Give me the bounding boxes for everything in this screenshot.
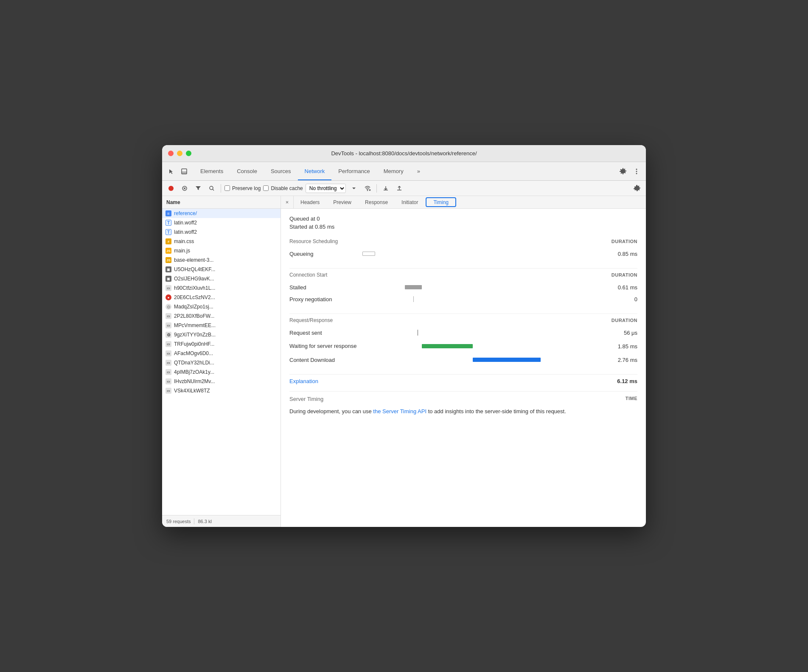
sidebar-item[interactable]: ≡ reference/ [162, 209, 281, 218]
throttle-select[interactable]: No throttling [306, 184, 346, 193]
svg-point-7 [210, 186, 213, 190]
file-icon: ▭ [166, 285, 171, 291]
tab-memory[interactable]: Memory [377, 162, 410, 180]
tab-response[interactable]: Response [358, 196, 395, 208]
cursor-icon[interactable] [166, 165, 177, 177]
record-button[interactable] [166, 183, 177, 194]
sidebar-item[interactable]: ▭ h90CtfziXluvh1L... [162, 283, 281, 293]
connection-start-title: Connection Start [289, 272, 327, 278]
resource-scheduling-header: Resource Scheduling DURATION [289, 238, 637, 244]
more-icon[interactable] [631, 165, 642, 177]
file-name: O2sIJEHG9avK... [174, 276, 214, 282]
tab-bar-left-icons [166, 165, 190, 177]
sidebar-item[interactable]: JS base-element-3... [162, 255, 281, 265]
explanation-link[interactable]: Explanation [289, 378, 318, 384]
waiting-bar-container [362, 343, 607, 349]
network-settings-icon[interactable] [631, 183, 642, 194]
disable-cache-checkbox-label[interactable]: Disable cache [263, 185, 303, 191]
sidebar-item[interactable]: ▭ VSk4XiLkW8TZ [162, 386, 281, 395]
filter-icon[interactable] [193, 183, 204, 194]
throttle-dropdown-icon[interactable] [348, 183, 359, 194]
disable-cache-checkbox[interactable] [263, 185, 269, 191]
tab-initiator[interactable]: Initiator [395, 196, 425, 208]
sidebar-item[interactable]: ▣ U5OHzQL4tEKF... [162, 265, 281, 274]
sidebar-item[interactable]: ▭ MPcVmmemtEE... [162, 321, 281, 330]
maximize-button[interactable] [186, 151, 191, 156]
wifi-icon[interactable] [362, 183, 373, 194]
file-name: U5OHzQL4tEKF... [174, 266, 215, 272]
separator-3 [289, 374, 637, 375]
sidebar-item[interactable]: T latin.woff2 [162, 227, 281, 237]
proxy-bar [413, 296, 414, 302]
sidebar-item[interactable]: ▭ TRFujw0pi0nHF... [162, 339, 281, 349]
font-icon: T [166, 229, 171, 235]
tab-elements[interactable]: Elements [194, 162, 230, 180]
main-area: Name ≡ reference/ T latin.woff2 T [162, 196, 646, 527]
disable-cache-label: Disable cache [271, 185, 303, 191]
import-icon[interactable] [380, 183, 391, 194]
settings-icon[interactable] [617, 165, 629, 177]
detail-close-button[interactable]: × [281, 196, 294, 208]
clear-button[interactable] [179, 183, 190, 194]
svg-point-4 [636, 173, 637, 174]
sidebar-item[interactable]: ● 20E6CLcSzNV2... [162, 293, 281, 302]
tab-headers[interactable]: Headers [294, 196, 326, 208]
devtools-body: Elements Console Sources Network Perform… [162, 162, 646, 527]
minimize-button[interactable] [177, 151, 182, 156]
tab-preview[interactable]: Preview [326, 196, 358, 208]
preserve-log-checkbox-label[interactable]: Preserve log [224, 185, 261, 191]
request-sent-bar [418, 330, 418, 336]
file-name: IHvzbNUlrm2Mv... [174, 378, 215, 384]
timing-row-queueing: Queueing 0.85 ms [289, 248, 637, 260]
tab-network[interactable]: Network [298, 162, 332, 180]
svg-point-5 [168, 186, 174, 191]
file-name: VSk4XiLkW8TZ [174, 388, 210, 394]
file-name: main.css [174, 238, 194, 244]
sidebar-item[interactable]: ⚙ 9gzXiTYY0nZzB... [162, 330, 281, 339]
sidebar-item[interactable]: ▭ QTDnaY32hLDi... [162, 358, 281, 367]
devtools-window: DevTools - localhost:8080/docs/devtools/… [162, 145, 646, 527]
timing-row-stalled: Stalled 0.61 ms [289, 281, 637, 293]
file-name: h90CtfziXluvh1L... [174, 285, 215, 291]
separator-4 [289, 391, 637, 392]
tab-performance[interactable]: Performance [331, 162, 376, 180]
file-name: MPcVmmemtEE... [174, 322, 216, 328]
preserve-log-checkbox[interactable] [224, 185, 230, 191]
waiting-bar [422, 344, 473, 348]
timing-row-request-sent: Request sent 56 μs [289, 327, 637, 339]
proxy-bar-container [362, 296, 607, 302]
content-download-bar [473, 358, 541, 362]
sidebar-item[interactable]: ⊙ MadqZsIZpo1sj... [162, 302, 281, 311]
sidebar-item[interactable]: # main.css [162, 237, 281, 246]
server-timing-section: Server Timing TIME During development, y… [289, 396, 637, 416]
timing-content: Queued at 0 Started at 0.85 ms Resource … [281, 209, 646, 527]
sidebar-item[interactable]: ▭ 2P2L80XfBoFW... [162, 311, 281, 321]
started-at: Started at 0.85 ms [289, 224, 637, 230]
sidebar-item[interactable]: T latin.woff2 [162, 218, 281, 227]
server-timing-api-link[interactable]: the Server Timing API [373, 408, 426, 414]
separator-2 [289, 314, 637, 314]
sidebar-item[interactable]: JS main.js [162, 246, 281, 255]
dock-icon[interactable] [178, 165, 190, 177]
sidebar-item[interactable]: ▭ AFacMOgv6D0... [162, 349, 281, 358]
tab-console[interactable]: Console [230, 162, 264, 180]
tab-timing[interactable]: Timing [426, 197, 456, 207]
sidebar-item[interactable]: ▣ O2sIJEHG9avK... [162, 274, 281, 283]
window-title: DevTools - localhost:8080/docs/devtools/… [331, 150, 477, 157]
stalled-duration: 0.61 ms [612, 284, 637, 291]
img-icon: ▣ [166, 266, 171, 272]
close-button[interactable] [168, 151, 174, 156]
tab-sources[interactable]: Sources [264, 162, 298, 180]
file-icon: ▭ [166, 341, 171, 347]
preserve-log-label: Preserve log [232, 185, 261, 191]
request-sent-label: Request sent [289, 330, 357, 336]
server-timing-time-label: TIME [626, 396, 637, 402]
proxy-label: Proxy negotiation [289, 296, 357, 302]
file-name: base-element-3... [174, 257, 213, 263]
search-icon[interactable] [206, 183, 217, 194]
export-icon[interactable] [394, 183, 405, 194]
sidebar-item[interactable]: ▭ 4pIMBj7zOAk1y... [162, 367, 281, 377]
sidebar-item[interactable]: ▭ IHvzbNUlrm2Mv... [162, 377, 281, 386]
timing-total-row: Explanation 6.12 ms [289, 378, 637, 384]
tab-more[interactable]: » [410, 162, 427, 180]
